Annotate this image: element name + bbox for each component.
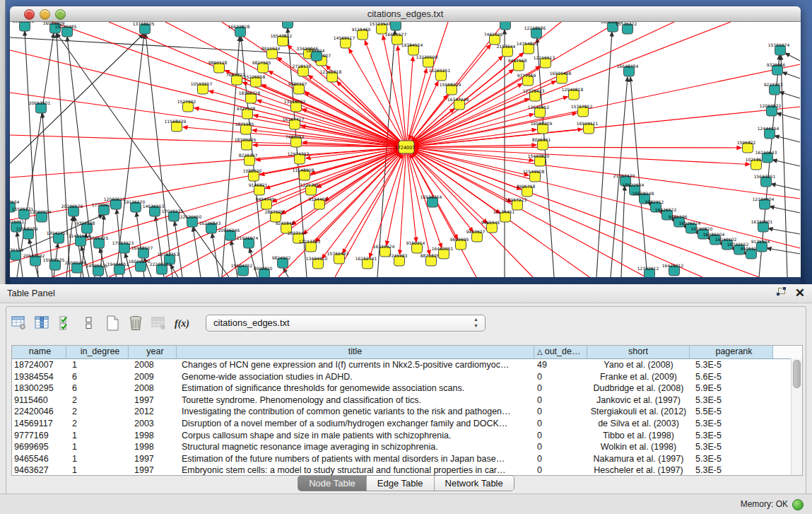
delete-table-disabled-icon[interactable] bbox=[151, 314, 167, 332]
cell-short[interactable]: de Silva et al. (2003) bbox=[587, 418, 690, 430]
cell-out_degree[interactable]: 0 bbox=[534, 441, 587, 453]
citation-edge-highlighted[interactable] bbox=[406, 147, 750, 165]
network-node[interactable]: 9397588 bbox=[76, 221, 95, 234]
network-node[interactable]: 8990820 bbox=[254, 266, 273, 278]
select-columns-icon[interactable] bbox=[34, 314, 51, 332]
citation-network-graph[interactable]: 1654381289129349827505152260581818632893… bbox=[10, 22, 801, 277]
cell-out_degree[interactable]: 0 bbox=[534, 418, 587, 430]
cell-in_degree[interactable]: 1 bbox=[66, 453, 129, 465]
citation-edge-highlighted[interactable] bbox=[398, 46, 406, 147]
network-node[interactable]: 1021864 bbox=[746, 157, 765, 170]
citation-edge[interactable] bbox=[775, 136, 800, 142]
network-node[interactable]: 13505125 bbox=[87, 235, 109, 249]
network-node[interactable]: 1595822 bbox=[737, 140, 756, 153]
network-node[interactable]: 11568289 bbox=[16, 226, 38, 240]
citation-edge[interactable] bbox=[25, 31, 38, 277]
zoom-button[interactable] bbox=[55, 9, 66, 20]
function-builder-icon[interactable]: f(x) bbox=[174, 314, 191, 332]
network-view-window[interactable]: citations_edges.txt 16543812891293498275… bbox=[10, 6, 801, 284]
cell-short[interactable]: Jankovic et al. (1997) bbox=[587, 395, 690, 407]
network-node[interactable]: 14595526 bbox=[86, 263, 108, 276]
cell-title[interactable]: Genome-wide association studies in ADHD. bbox=[177, 371, 534, 383]
network-node[interactable]: 18186328 bbox=[239, 90, 261, 104]
cell-short[interactable]: Yano et al. (2008) bbox=[587, 359, 690, 371]
citation-edge-highlighted[interactable] bbox=[406, 147, 529, 175]
float-window-icon[interactable] bbox=[776, 287, 787, 300]
network-node[interactable]: 9827505 bbox=[252, 60, 271, 74]
network-node[interactable]: 13494510 bbox=[306, 256, 328, 269]
citation-edge-highlighted[interactable] bbox=[10, 50, 399, 145]
new-table-icon[interactable] bbox=[104, 314, 121, 332]
table-row[interactable]: 1872400712008Changes of HCN gene express… bbox=[12, 359, 802, 371]
cell-name[interactable]: 19384554 bbox=[12, 371, 66, 383]
table-row[interactable]: 1938455462009Genome-wide association stu… bbox=[12, 371, 802, 383]
delete-attribute-icon[interactable] bbox=[127, 314, 144, 332]
citation-edge-highlighted[interactable] bbox=[413, 22, 731, 144]
network-node[interactable]: 16261251 bbox=[429, 68, 451, 81]
cell-out_degree[interactable]: 0 bbox=[534, 406, 587, 418]
cell-in_degree[interactable]: 6 bbox=[66, 371, 129, 383]
cell-year[interactable]: 1998 bbox=[129, 441, 177, 453]
network-node[interactable]: 12104404 bbox=[753, 197, 775, 210]
citation-edge-highlighted[interactable] bbox=[406, 147, 741, 148]
network-node[interactable]: 14569117 bbox=[334, 35, 355, 49]
network-node[interactable]: 11568239 bbox=[165, 119, 187, 132]
network-node[interactable]: 7245483 bbox=[389, 253, 408, 267]
column-header-title[interactable]: title bbox=[177, 346, 534, 358]
cell-pagerank[interactable]: 5.5E-5 bbox=[690, 406, 773, 418]
cell-short[interactable]: Tibbo et al. (1998) bbox=[587, 430, 690, 442]
cell-in_degree[interactable]: 6 bbox=[66, 382, 129, 395]
network-node[interactable]: 9160214 bbox=[406, 240, 425, 254]
network-node[interactable]: 12213383 bbox=[299, 239, 321, 252]
citation-edge[interactable] bbox=[772, 160, 800, 166]
cell-year[interactable]: 2003 bbox=[129, 418, 177, 430]
network-node[interactable]: 17359928 bbox=[92, 202, 114, 216]
network-node[interactable]: 19013806 bbox=[13, 22, 35, 31]
network-node[interactable]: 12093832 bbox=[760, 103, 782, 117]
row-height-icon[interactable] bbox=[81, 314, 98, 332]
cell-year[interactable]: 2008 bbox=[129, 382, 177, 395]
network-node[interactable]: 8860128 bbox=[208, 60, 228, 74]
network-node[interactable]: 10553257 bbox=[191, 81, 213, 95]
cell-name[interactable]: 22420046 bbox=[12, 406, 66, 418]
collapsed-panel-strip[interactable] bbox=[0, 0, 6, 284]
column-header-short[interactable]: short bbox=[587, 346, 690, 358]
network-node[interactable]: 9331124 bbox=[10, 247, 24, 261]
network-node[interactable]: 1527602 bbox=[177, 99, 196, 112]
table-row[interactable]: 969969511998Structural magnetic resonanc… bbox=[12, 441, 802, 453]
cell-year[interactable]: 1998 bbox=[129, 430, 177, 442]
cell-name[interactable]: 9465546 bbox=[12, 453, 66, 465]
cell-title[interactable]: Estimation of significance thresholds fo… bbox=[177, 382, 534, 395]
citation-edge[interactable] bbox=[10, 34, 143, 163]
cell-pagerank[interactable]: 5.3E-5 bbox=[690, 453, 773, 465]
citation-edge-highlighted[interactable] bbox=[413, 150, 702, 277]
network-node[interactable]: 1221395 bbox=[300, 182, 319, 196]
network-node[interactable]: 15752483 bbox=[327, 251, 349, 264]
cell-title[interactable]: Structural magnetic resonance image aver… bbox=[177, 441, 534, 453]
citation-edge[interactable] bbox=[782, 72, 800, 78]
cell-pagerank[interactable]: 5.3E-5 bbox=[690, 395, 773, 407]
network-node[interactable]: 9227343 bbox=[764, 82, 783, 95]
network-node[interactable]: 9146821 bbox=[249, 182, 268, 196]
network-node[interactable]: 15958229 bbox=[440, 82, 461, 95]
cell-short[interactable]: Nakamura et al. (1997) bbox=[587, 453, 690, 465]
network-node[interactable]: 2153644 bbox=[497, 44, 516, 57]
network-node[interactable]: 9463627 bbox=[466, 229, 486, 243]
network-node[interactable]: 20653501 bbox=[29, 100, 51, 114]
cell-pagerank[interactable]: 5.9E-5 bbox=[690, 382, 773, 395]
cell-in_degree[interactable]: 2 bbox=[66, 406, 129, 418]
cell-name[interactable]: 9115460 bbox=[12, 395, 66, 407]
network-node[interactable]: 7485083 bbox=[286, 134, 305, 148]
network-node[interactable]: 8454749 bbox=[256, 197, 275, 210]
network-node[interactable]: 15693251 bbox=[754, 174, 776, 187]
column-header-year[interactable]: year bbox=[129, 346, 177, 358]
cell-title[interactable]: Disruption of a novel member of a sodium… bbox=[177, 418, 534, 430]
network-node[interactable]: 15735322 bbox=[616, 22, 637, 34]
network-node[interactable]: 16252741 bbox=[355, 256, 377, 269]
citation-edge[interactable] bbox=[777, 113, 800, 119]
citation-edge[interactable] bbox=[771, 184, 800, 190]
cell-in_degree[interactable]: 1 bbox=[66, 359, 129, 371]
citation-edge-highlighted[interactable] bbox=[303, 147, 406, 234]
citation-edge-highlighted[interactable] bbox=[414, 64, 800, 146]
table-row[interactable]: 977716911998Corpus callosum shape and si… bbox=[12, 430, 802, 442]
